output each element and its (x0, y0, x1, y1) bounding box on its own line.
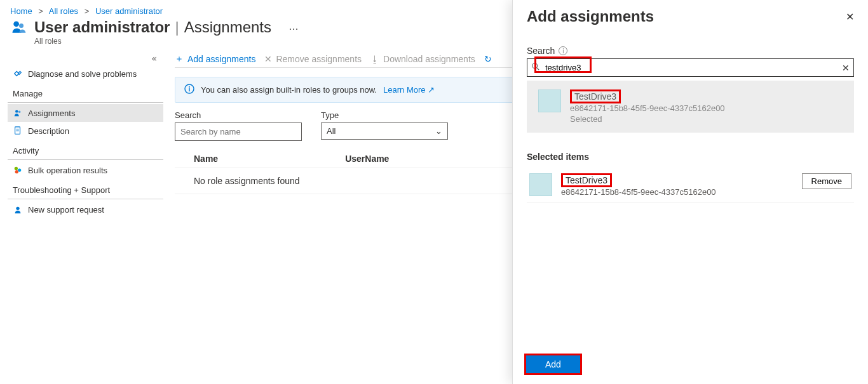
more-actions-button[interactable]: ··· (285, 20, 302, 38)
toolbar-label: Download assignments (383, 54, 475, 64)
breadcrumb-all-roles[interactable]: All roles (49, 6, 78, 16)
svg-point-14 (532, 63, 538, 69)
app-tile-icon (529, 173, 552, 196)
refresh-icon: ↻ (484, 54, 492, 64)
svg-point-1 (19, 23, 24, 28)
sidebar-item-diagnose[interactable]: Diagnose and solve problems (8, 65, 163, 83)
diagnose-icon (13, 69, 23, 79)
add-assignments-button[interactable]: ＋ Add assignments (175, 53, 255, 65)
selected-item-id: e8642171-15b8-45f5-9eec-4337c5162e00 (561, 187, 716, 197)
page-title-section: Assignments (184, 18, 271, 36)
info-icon (184, 84, 194, 96)
external-link-icon: ↗ (428, 85, 435, 95)
result-id: e8642171-15b8-45f5-9eec-4337c5162e00 (570, 103, 725, 113)
refresh-button[interactable]: ↻ (484, 54, 492, 64)
svg-point-9 (15, 170, 18, 173)
selected-item-row: TestDrive3 e8642171-15b8-45f5-9eec-4337c… (527, 168, 854, 202)
sidebar-item-label: Diagnose and solve problems (28, 69, 137, 79)
result-status: Selected (570, 114, 725, 124)
svg-point-7 (15, 167, 18, 170)
remove-assignments-button[interactable]: ✕ Remove assignments (264, 54, 362, 64)
close-icon[interactable]: ✕ (846, 11, 854, 23)
sidebar-item-assignments[interactable]: Assignments (8, 104, 163, 122)
collapse-sidebar-button[interactable]: « (8, 50, 163, 65)
x-icon: ✕ (264, 54, 272, 64)
search-icon (531, 62, 540, 73)
sidebar-item-bulk[interactable]: Bulk operation results (8, 161, 163, 179)
sidebar-item-label: Bulk operation results (28, 166, 107, 175)
sidebar-item-label: New support request (28, 205, 104, 215)
remove-button[interactable]: Remove (802, 173, 851, 189)
add-assignments-panel: Add assignments ✕ Search i ✕ TestDrive3 … (512, 0, 868, 384)
flyout-search-box[interactable]: ✕ (527, 58, 854, 77)
sidebar-item-label: Assignments (28, 109, 75, 118)
chevron-down-icon: ⌄ (435, 126, 442, 136)
toolbar-label: Add assignments (187, 54, 255, 64)
document-icon (13, 126, 23, 136)
svg-rect-13 (189, 88, 189, 91)
sidebar-item-support[interactable]: New support request (8, 201, 163, 218)
selected-item-name: TestDrive3 (561, 173, 612, 187)
support-icon (13, 204, 23, 215)
col-username: UserName (345, 154, 389, 164)
chevron-right-icon: > (38, 6, 43, 16)
people-icon (13, 108, 23, 118)
svg-line-15 (537, 68, 539, 70)
download-assignments-button[interactable]: ⭳ Download assignments (370, 54, 475, 64)
type-label: Type (321, 110, 448, 120)
svg-point-0 (13, 21, 19, 27)
search-input[interactable] (175, 122, 302, 141)
page-subtitle: All roles (34, 37, 302, 46)
svg-point-12 (189, 86, 190, 88)
flyout-title: Add assignments (527, 8, 654, 25)
sidebar-section-activity: Activity (8, 140, 163, 160)
search-label: Search (175, 110, 302, 120)
sidebar: « Diagnose and solve problems Manage Ass… (8, 50, 163, 380)
download-icon: ⭳ (370, 54, 379, 64)
user-role-icon (10, 18, 28, 38)
type-value: All (327, 126, 336, 136)
sidebar-item-description[interactable]: Description (8, 122, 163, 140)
chevron-right-icon: > (85, 6, 90, 16)
search-result-row[interactable]: TestDrive3 e8642171-15b8-45f5-9eec-4337c… (527, 81, 854, 133)
svg-point-2 (15, 110, 18, 112)
learn-more-link[interactable]: Learn More ↗ (383, 85, 435, 95)
toolbar-label: Remove assignments (276, 54, 362, 64)
clear-input-icon[interactable]: ✕ (842, 63, 850, 73)
svg-point-10 (16, 207, 19, 210)
info-banner-text: You can also assign built-in roles to gr… (201, 85, 377, 95)
app-tile-icon (538, 89, 561, 112)
bulk-icon (13, 165, 23, 175)
breadcrumb-current[interactable]: User administrator (95, 6, 163, 16)
flyout-search-input[interactable] (544, 62, 838, 74)
svg-point-8 (18, 168, 21, 171)
title-divider: | (175, 18, 179, 36)
search-field-label: Search i (527, 46, 854, 56)
svg-point-3 (18, 111, 21, 114)
selected-items-header: Selected items (527, 152, 854, 162)
col-name: Name (194, 154, 218, 164)
sidebar-section-manage: Manage (8, 83, 163, 103)
sidebar-item-label: Description (28, 126, 69, 136)
result-name: TestDrive3 (570, 89, 621, 103)
plus-icon: ＋ (175, 53, 184, 65)
add-button[interactable]: Add (526, 355, 580, 373)
sidebar-section-troubleshoot: Troubleshooting + Support (8, 179, 163, 199)
type-dropdown[interactable]: All ⌄ (321, 122, 448, 140)
breadcrumb-home[interactable]: Home (10, 6, 32, 16)
info-icon[interactable]: i (559, 46, 567, 55)
page-title-role: User administrator (34, 18, 170, 36)
